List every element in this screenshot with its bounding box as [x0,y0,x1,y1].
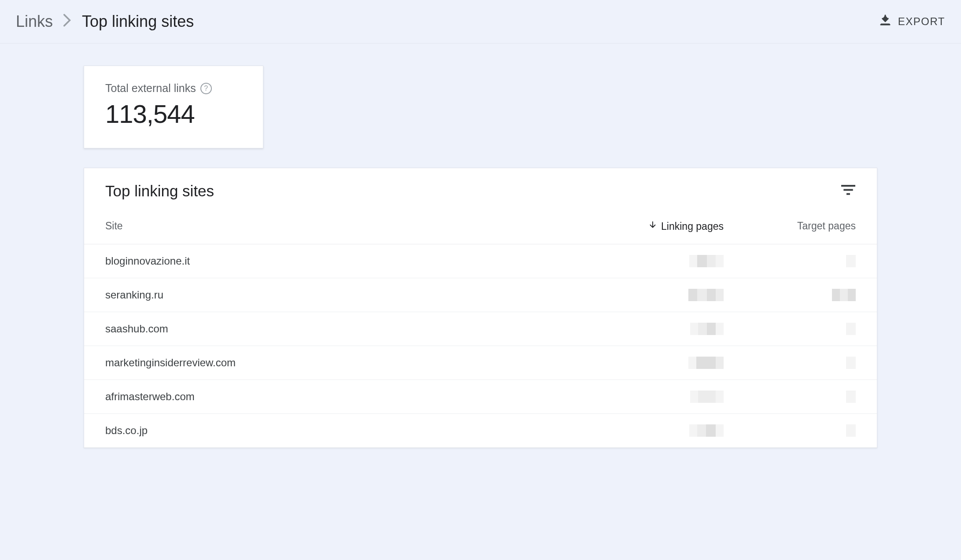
summary-label: Total external links [105,82,196,95]
breadcrumb: Links Top linking sites [16,12,194,31]
cell-linking-pages [583,424,724,437]
summary-card: Total external links ? 113,544 [84,66,263,148]
export-label: EXPORT [898,15,945,28]
svg-rect-3 [846,193,850,195]
cell-linking-pages [583,289,724,301]
sort-down-icon [648,220,658,232]
content-area: Total external links ? 113,544 Top linki… [0,44,961,448]
svg-rect-1 [841,185,855,187]
filter-icon[interactable] [841,185,856,197]
cell-target-pages [724,289,856,301]
breadcrumb-parent[interactable]: Links [16,12,53,31]
help-icon[interactable]: ? [200,83,212,94]
table-title: Top linking sites [105,182,214,200]
cell-linking-pages [583,255,724,267]
cell-target-pages [724,323,856,335]
cell-site: afrimasterweb.com [105,391,583,403]
cell-site: bloginnovazione.it [105,255,583,267]
table-row[interactable]: afrimasterweb.com [84,380,877,414]
cell-linking-pages [583,323,724,335]
summary-label-row: Total external links ? [105,82,242,95]
summary-value: 113,544 [105,99,242,129]
cell-target-pages [724,255,856,267]
download-icon [879,14,892,29]
table-row[interactable]: bds.co.jp [84,414,877,448]
table-card: Top linking sites Site Linking pages Tar… [84,168,877,448]
col-header-linking-pages[interactable]: Linking pages [583,220,724,232]
cell-site: saashub.com [105,323,583,335]
table-row[interactable]: marketinginsiderreview.com [84,346,877,380]
col-header-target-pages[interactable]: Target pages [724,220,856,232]
table-row[interactable]: seranking.ru [84,278,877,312]
cell-target-pages [724,357,856,369]
cell-site: seranking.ru [105,289,583,301]
breadcrumb-current: Top linking sites [82,12,194,31]
cell-target-pages [724,391,856,403]
svg-rect-0 [881,24,890,25]
cell-target-pages [724,424,856,437]
export-button[interactable]: EXPORT [879,14,945,29]
svg-rect-2 [843,189,853,191]
page-header: Links Top linking sites EXPORT [0,0,961,44]
cell-site: bds.co.jp [105,424,583,437]
cell-site: marketinginsiderreview.com [105,357,583,369]
cell-linking-pages [583,391,724,403]
table-column-headers: Site Linking pages Target pages [84,220,877,244]
table-row[interactable]: saashub.com [84,312,877,346]
table-rows: bloginnovazione.itseranking.rusaashub.co… [84,244,877,448]
chevron-right-icon [63,12,71,31]
table-header: Top linking sites [84,168,877,220]
cell-linking-pages [583,357,724,369]
table-row[interactable]: bloginnovazione.it [84,244,877,278]
col-header-site[interactable]: Site [105,220,583,232]
